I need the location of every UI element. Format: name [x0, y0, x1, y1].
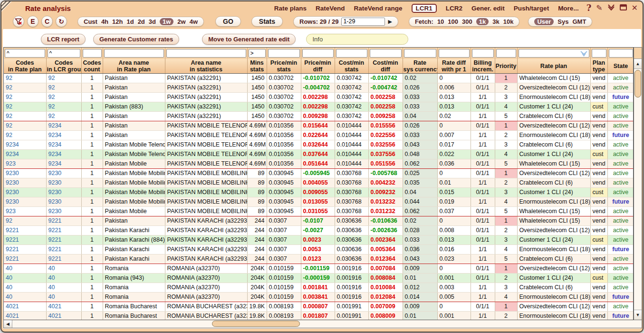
time-range-4h[interactable]: 4h — [101, 18, 108, 25]
next-page-icon[interactable]: ▶ — [388, 19, 392, 25]
filter-input-rate-plan[interactable] — [519, 49, 589, 58]
column-header-cost-min-diff[interactable]: Cost/mindiff — [368, 59, 403, 73]
fetch-option-300[interactable]: 300 — [462, 18, 472, 25]
vertical-scrollbar[interactable]: ▲ ▼ — [634, 47, 642, 320]
column-header-codes-in-lcr-group[interactable]: Codesin LCR group — [46, 59, 81, 73]
filter-input-plan-type[interactable] — [592, 49, 606, 58]
resize-handle-icon[interactable] — [1, 1, 12, 12]
table-row[interactable]: 92921PakistanPAKISTAN (a32291)14500.0307… — [4, 92, 634, 102]
time-range-4w[interactable]: 4w — [190, 18, 198, 25]
table-row[interactable]: 92921PakistanPAKISTAN (a32291)14500.0307… — [4, 111, 634, 121]
edit-pencil-icon[interactable]: ✎ — [596, 4, 602, 12]
cell-codes-in-lcr-group[interactable]: 9221 — [46, 254, 81, 264]
cell-codes-in-lcr-group[interactable]: 40 — [46, 292, 81, 302]
column-header-priority[interactable]: Priority — [495, 59, 517, 73]
table-row[interactable]: 92921PakistanPAKISTAN (a32291)14500.0307… — [4, 73, 634, 83]
fetch-option-3k[interactable]: 3k — [492, 18, 499, 25]
time-range-12h[interactable]: 12h — [112, 18, 123, 25]
cell-codes-in-lcr-group[interactable]: 9221 — [46, 235, 81, 245]
table-row[interactable]: 402140211Romania BucharestROMANIA BUCHAR… — [4, 311, 634, 320]
c-button[interactable]: C — [41, 16, 53, 27]
filter-input-codes-in-rate-plan[interactable] — [5, 49, 45, 58]
e-button[interactable]: E — [27, 16, 38, 27]
cell-codes-in-rate-plan[interactable]: 9230 — [4, 197, 46, 206]
filter-input-codes-count[interactable] — [83, 49, 102, 58]
filter-input-rate-diff-with-pr1[interactable] — [439, 49, 470, 58]
cell-codes-in-rate-plan[interactable]: 4021 — [4, 302, 46, 311]
cell-codes-in-lcr-group[interactable]: 4021 — [46, 302, 81, 311]
horizontal-scrollbar-thumb[interactable] — [212, 321, 300, 327]
menu-item-ratevend[interactable]: RateVend — [316, 5, 345, 12]
column-header-rate-sys-currency[interactable]: Ratesys currency — [403, 59, 437, 73]
go-button[interactable]: GO — [215, 16, 241, 27]
column-header-price-min-diff[interactable]: Price/mindiff — [301, 59, 335, 73]
timezone-user[interactable]: User — [534, 18, 554, 25]
cell-codes-in-rate-plan[interactable]: 9221 — [4, 254, 46, 264]
cell-codes-in-rate-plan[interactable]: 92 — [4, 111, 46, 121]
filter-input-state[interactable] — [609, 49, 633, 58]
cell-codes-in-rate-plan[interactable]: 9221 — [4, 245, 46, 254]
menu-item-gener-edit[interactable]: Gener. edit — [471, 5, 505, 12]
maximize-icon[interactable] — [620, 4, 627, 12]
lcr-report-button[interactable]: LCR report — [41, 34, 86, 45]
table-row[interactable]: 92921Pakistan (883)PAKISTAN (a32291)1450… — [4, 102, 634, 111]
cell-codes-in-lcr-group[interactable]: 9234 — [46, 140, 81, 149]
filter-input-price-min-stats[interactable] — [268, 49, 300, 58]
info-field[interactable]: Info — [306, 34, 408, 45]
help-icon[interactable]: ? — [586, 4, 592, 12]
menu-item-push-target[interactable]: Push/target — [514, 5, 549, 12]
menu-item-lcr1[interactable]: LCR1 — [412, 4, 437, 13]
table-row[interactable]: 92921PakistanPAKISTAN (a32291)14500.0307… — [4, 83, 634, 92]
move-to-generated-rate-edit-button[interactable]: Move to Generated rate edit — [202, 34, 296, 45]
cell-codes-in-rate-plan[interactable]: 9221 — [4, 225, 46, 235]
cell-codes-in-lcr-group[interactable]: 9221 — [46, 225, 81, 235]
time-range-1w[interactable]: 1w — [160, 18, 173, 25]
column-header-billing-increm[interactable]: Billingincrem. — [471, 59, 495, 73]
vertical-scrollbar-track[interactable] — [634, 98, 642, 310]
filter-input-area-name-in-rate-plan[interactable] — [104, 49, 164, 58]
cell-codes-in-lcr-group[interactable]: 9230 — [46, 168, 81, 178]
cell-codes-in-rate-plan[interactable]: 92 — [4, 92, 46, 102]
scroll-up-button[interactable]: ▲ — [634, 59, 642, 69]
table-row[interactable]: 40401RomaniaROMANIA (a32370)204K0.010159… — [4, 283, 634, 292]
cell-codes-in-rate-plan[interactable]: 92 — [4, 73, 46, 83]
cell-codes-in-rate-plan[interactable]: 92 — [4, 102, 46, 111]
column-header-plan-type[interactable]: Plantype — [590, 59, 607, 73]
column-header-rate-plan[interactable]: Rate plan — [517, 59, 590, 73]
cell-codes-in-rate-plan[interactable]: 40 — [4, 292, 46, 302]
time-range-2d[interactable]: 2d — [138, 18, 145, 25]
cell-codes-in-rate-plan[interactable]: 9221 — [4, 235, 46, 245]
column-header-rate-diff-with-pr1[interactable]: Rate diffwith pr 1 — [437, 59, 471, 73]
cell-codes-in-rate-plan[interactable]: 923 — [4, 206, 46, 216]
filter-input-mins-stats[interactable] — [249, 49, 266, 58]
cell-codes-in-lcr-group[interactable]: 4021 — [46, 311, 81, 320]
scroll-down-button[interactable]: ▼ — [634, 310, 642, 320]
refresh-button[interactable]: ↻ — [56, 16, 67, 27]
column-filter-icon[interactable] — [580, 51, 587, 58]
column-header-price-min-stats[interactable]: Price/minstats — [267, 59, 301, 73]
cell-codes-in-rate-plan[interactable]: 9234 — [4, 149, 46, 159]
table-row[interactable]: 923092301Pakistan Mobile MobilinkPAKISTA… — [4, 187, 634, 197]
table-row[interactable]: 923092301Pakistan Mobile MobilinkPAKISTA… — [4, 197, 634, 206]
table-row[interactable]: 40401Romania (943)ROMANIA (a32370)204K0.… — [4, 273, 634, 283]
cell-codes-in-rate-plan[interactable]: 40 — [4, 264, 46, 273]
column-header-state[interactable]: State — [607, 59, 634, 73]
time-range-cust[interactable]: Cust — [84, 18, 97, 25]
menu-item-lcr2[interactable]: LCR2 — [446, 5, 462, 12]
table-row[interactable]: 923492341Pakistan Mobile Telenor (PAKIST… — [4, 149, 634, 159]
vertical-scrollbar-thumb[interactable] — [634, 70, 641, 98]
cell-codes-in-rate-plan[interactable]: 9230 — [4, 178, 46, 187]
column-header-codes-in-rate-plan[interactable]: Codesin Rate plan — [4, 59, 46, 73]
timezone-gmt[interactable]: GMT — [572, 18, 586, 25]
cell-codes-in-lcr-group[interactable]: 9230 — [46, 197, 81, 206]
menu-item-ratevend-range[interactable]: RateVend range — [354, 5, 403, 12]
horizontal-scrollbar[interactable]: ◀ — [3, 320, 642, 328]
column-header-codes-count[interactable]: Codescount — [81, 59, 103, 73]
cell-codes-in-lcr-group[interactable]: 9230 — [46, 206, 81, 216]
cell-codes-in-rate-plan[interactable]: 9234 — [4, 140, 46, 149]
cell-codes-in-lcr-group[interactable]: 9234 — [46, 121, 81, 130]
cell-codes-in-lcr-group[interactable]: 9230 — [46, 187, 81, 197]
table-row[interactable]: 92392341Pakistan MobilePAKISTAN MOBILE T… — [4, 159, 634, 168]
table-row[interactable]: 923092301Pakistan Mobile MobilinkPAKISTA… — [4, 168, 634, 178]
filter-input-cost-min-diff[interactable] — [370, 49, 402, 58]
